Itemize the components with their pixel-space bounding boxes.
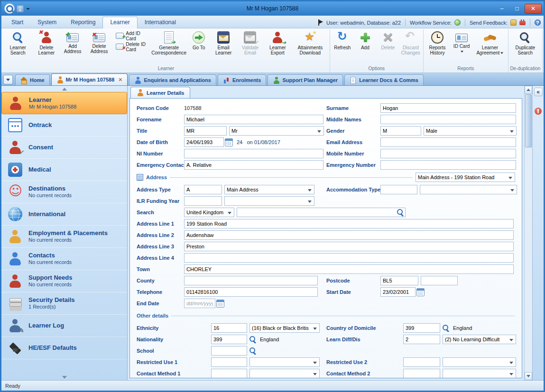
learner-agreement-button[interactable]: Learner Agreement	[473, 29, 507, 64]
delete-id-card-button[interactable]: Delete ID Card	[113, 42, 150, 52]
emergency-contact-field[interactable]	[184, 160, 323, 170]
minimize-button[interactable]: –	[494, 4, 509, 14]
sidebar-item-security-details[interactable]: Security Details 1 Record(s)	[1, 292, 127, 315]
doctab-enquiries-applications[interactable]: Enquiries and Applications	[129, 74, 216, 85]
sidebar-item-destinations[interactable]: Destinations No current records	[1, 181, 127, 203]
scroll-down-arrow[interactable]	[525, 372, 532, 380]
restricted-use-2-code-field[interactable]	[403, 357, 440, 367]
tab-learner[interactable]: Learner	[102, 17, 137, 28]
sidebar-item-ontrack[interactable]: Ontrack	[1, 114, 127, 137]
country-of-domicile-code-field[interactable]	[403, 323, 440, 333]
doctab-enrolments[interactable]: Enrolments	[218, 74, 267, 85]
learner-search-button[interactable]: Learner Search	[3, 29, 32, 64]
lookup-icon[interactable]	[249, 346, 257, 355]
close-button[interactable]: ✕	[525, 4, 542, 14]
sidebar-item-support-needs[interactable]: Support Needs No current records	[1, 270, 127, 292]
doctab-support-plan-manager[interactable]: Support Plan Manager	[268, 74, 343, 85]
nationality-code-field[interactable]	[211, 335, 247, 344]
emergency-number-field[interactable]	[380, 160, 516, 170]
reports-history-button[interactable]: Reports History	[425, 29, 450, 64]
contact-method-1-code-field[interactable]	[211, 369, 247, 378]
close-tab-icon[interactable]: ✕	[118, 77, 122, 83]
accommodation-type-code-field[interactable]	[380, 185, 417, 194]
sidebar-item-consent[interactable]: Consent	[1, 137, 127, 159]
school-code-field[interactable]	[211, 346, 247, 356]
learn-diff-dis-code-field[interactable]	[403, 335, 440, 344]
sidebar-item-contacts[interactable]: Contacts No current records	[1, 248, 127, 270]
maximize-button[interactable]: □	[509, 4, 525, 14]
ilr-funding-year-select[interactable]	[224, 196, 314, 206]
learn-diff-dis-select[interactable]: (2) No Learning Difficult	[443, 335, 516, 344]
scrollbar-track[interactable]	[525, 148, 532, 372]
address-line4-field[interactable]	[184, 253, 514, 263]
email-learner-button[interactable]: Email Learner	[210, 29, 237, 64]
address-type-code-field[interactable]	[184, 185, 222, 194]
tab-system[interactable]: System	[30, 17, 64, 28]
tab-learner-details[interactable]: Learner Details	[130, 87, 190, 98]
middle-names-field[interactable]	[380, 115, 516, 124]
start-date-field[interactable]	[380, 287, 416, 297]
email-address-field[interactable]	[380, 137, 516, 147]
contact-method-1-select[interactable]	[249, 369, 320, 378]
date-of-birth-field[interactable]	[184, 137, 224, 147]
attainments-download-button[interactable]: Attainments Download	[292, 29, 329, 64]
title-code-field[interactable]	[184, 126, 227, 136]
end-date-field[interactable]	[184, 299, 215, 308]
contact-method-2-select[interactable]	[443, 369, 516, 378]
app-logo-icon[interactable]	[4, 3, 15, 14]
calendar-icon[interactable]	[416, 288, 425, 296]
calendar-icon[interactable]	[225, 138, 233, 146]
forename-field[interactable]	[184, 115, 323, 124]
search-icon[interactable]	[396, 208, 405, 217]
help-icon[interactable]	[535, 19, 541, 26]
doctab-learner-record[interactable]: Mr M Hogan 107588 ✕	[51, 73, 128, 85]
tab-reporting[interactable]: Reporting	[64, 17, 102, 28]
sidebar-item-employment-placements[interactable]: Employment & Placements No current recor…	[1, 226, 127, 248]
sidebar-scroll-down[interactable]	[1, 374, 127, 380]
address-type-select[interactable]: Main Address	[224, 185, 314, 194]
add-id-card-button[interactable]: Add ID Card	[113, 31, 150, 41]
scroll-up-arrow[interactable]	[525, 86, 532, 94]
restricted-use-2-select[interactable]	[443, 357, 516, 367]
save-icon[interactable]	[17, 5, 24, 12]
address-search-input[interactable]	[237, 208, 406, 217]
refresh-button[interactable]: Refresh	[331, 29, 354, 64]
scrollbar-thumb[interactable]	[525, 94, 532, 147]
plug-icon[interactable]	[519, 21, 526, 25]
address-line2-field[interactable]	[184, 230, 514, 240]
doctab-learner-docs-comms[interactable]: Learner Docs & Comms	[344, 74, 424, 85]
address-line3-field[interactable]	[184, 242, 514, 251]
accommodation-type-select[interactable]	[420, 185, 517, 194]
sidebar-item-learner[interactable]: Learner Mr M Hogan 107588	[1, 92, 127, 114]
expand-panel-button[interactable]: «	[534, 88, 543, 96]
tab-start[interactable]: Start	[4, 17, 30, 28]
ethnicity-code-field[interactable]	[211, 323, 247, 333]
ethnicity-select[interactable]: (16) Black or Black Britis	[249, 323, 320, 333]
county-field[interactable]	[184, 276, 318, 285]
sidebar-item-medical[interactable]: Medical	[1, 159, 127, 181]
lookup-icon[interactable]	[249, 335, 257, 344]
lookup-icon[interactable]	[442, 324, 450, 332]
sidebar-scroll-up[interactable]	[1, 86, 127, 92]
id-card-button[interactable]: ID Card	[450, 29, 473, 64]
vertical-scrollbar[interactable]	[524, 86, 532, 380]
ni-number-field[interactable]	[184, 149, 323, 158]
doctab-home[interactable]: Home	[15, 74, 50, 85]
gender-code-field[interactable]	[380, 126, 421, 136]
address-selector[interactable]: Main Address - 199 Station Road	[416, 173, 515, 182]
address-search-country-select[interactable]: United Kingdom	[184, 208, 234, 217]
ilr-funding-year-code-field[interactable]	[184, 196, 222, 206]
quick-access-dropdown-icon[interactable]	[26, 5, 30, 12]
contact-method-2-code-field[interactable]	[403, 369, 440, 378]
add-address-button[interactable]: Add Address	[60, 29, 84, 64]
thumbs-up-icon[interactable]	[510, 19, 517, 26]
generate-correspondence-button[interactable]: Generate Correspondence	[150, 29, 187, 64]
go-to-button[interactable]: Go To	[187, 29, 210, 64]
restricted-use-1-select[interactable]	[249, 357, 320, 367]
sidebar-item-international[interactable]: International	[1, 203, 127, 226]
delete-learner-button[interactable]: Delete Learner	[32, 29, 60, 64]
sidebar-item-he-esf-defaults[interactable]: HE/ESF Defaults	[1, 337, 127, 359]
learner-export-button[interactable]: Learner Export	[264, 29, 292, 64]
address-line1-field[interactable]	[184, 219, 514, 228]
calendar-icon[interactable]	[216, 300, 224, 308]
